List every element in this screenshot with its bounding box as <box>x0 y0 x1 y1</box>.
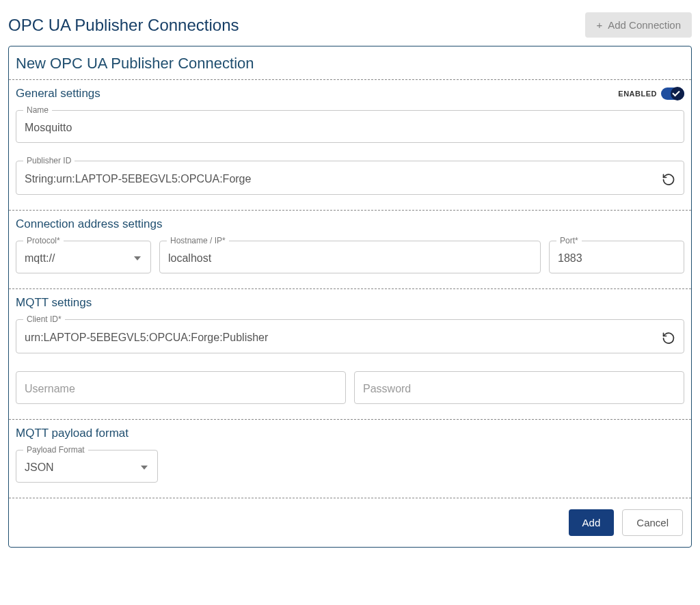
cancel-button[interactable]: Cancel <box>622 509 683 536</box>
port-input[interactable] <box>558 252 692 265</box>
chevron-down-icon <box>141 466 148 470</box>
add-connection-label: Add Connection <box>608 19 681 31</box>
client-id-input[interactable] <box>25 332 656 344</box>
hostname-input[interactable] <box>168 252 532 265</box>
client-id-field[interactable]: Client ID* <box>16 319 684 353</box>
connection-address-title: Connection address settings <box>16 217 684 231</box>
payload-format-label: Payload Format <box>23 445 88 455</box>
mqtt-section: MQTT settings Client ID* <box>9 289 691 419</box>
payload-section: MQTT payload format Payload Format JSON <box>9 420 691 498</box>
mqtt-title: MQTT settings <box>16 296 684 310</box>
panel-footer: Add Cancel <box>9 498 691 547</box>
connection-panel: New OPC UA Publisher Connection General … <box>8 46 692 548</box>
general-title: General settings <box>16 87 100 100</box>
undo-icon[interactable] <box>662 331 675 345</box>
check-icon <box>674 90 681 97</box>
publisher-id-input[interactable] <box>25 173 656 185</box>
name-label: Name <box>23 105 52 115</box>
protocol-select[interactable]: Protocol* mqtt:// <box>16 241 151 273</box>
payload-format-select[interactable]: Payload Format JSON <box>16 450 158 483</box>
enabled-label: ENABLED <box>618 90 657 98</box>
protocol-label: Protocol* <box>23 236 64 245</box>
username-field[interactable] <box>16 371 346 404</box>
chevron-down-icon <box>134 256 141 260</box>
payload-title: MQTT payload format <box>16 427 684 440</box>
publisher-id-label: Publisher ID <box>23 156 75 165</box>
name-input[interactable] <box>25 122 675 134</box>
port-label: Port* <box>556 236 582 245</box>
username-input[interactable] <box>25 383 337 395</box>
undo-icon[interactable] <box>662 172 675 186</box>
connection-address-section: Connection address settings Protocol* mq… <box>9 211 691 288</box>
page-title: OPC UA Publisher Connections <box>8 16 239 35</box>
publisher-id-field[interactable]: Publisher ID <box>16 161 684 195</box>
panel-title: New OPC UA Publisher Connection <box>9 46 691 79</box>
password-field[interactable] <box>354 371 684 404</box>
enabled-toggle[interactable] <box>661 88 684 100</box>
general-section: General settings ENABLED Name Publisher … <box>9 80 691 210</box>
hostname-field[interactable]: Hostname / IP* <box>159 241 541 273</box>
protocol-value: mqtt:// <box>25 252 129 265</box>
hostname-label: Hostname / IP* <box>167 236 229 245</box>
name-field[interactable]: Name <box>16 110 684 143</box>
port-field[interactable]: Port* <box>549 241 684 273</box>
add-connection-button[interactable]: + Add Connection <box>585 12 692 38</box>
password-input[interactable] <box>363 383 675 395</box>
client-id-label: Client ID* <box>23 314 65 324</box>
payload-format-value: JSON <box>25 461 135 474</box>
add-button[interactable]: Add <box>569 509 615 536</box>
plus-icon: + <box>596 20 602 30</box>
